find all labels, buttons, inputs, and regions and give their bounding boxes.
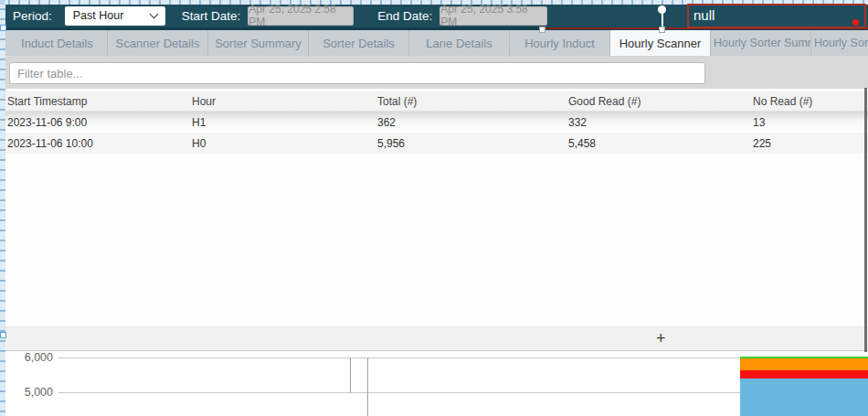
anchor-circle-handle[interactable] xyxy=(658,5,666,14)
tab-hourly-scanner[interactable]: Hourly Scanner xyxy=(610,30,711,56)
selection-handle[interactable] xyxy=(0,332,6,338)
end-date-label: End Date: xyxy=(377,9,432,23)
tab-scanner-details[interactable]: Scanner Details xyxy=(108,30,208,56)
category-gridline-b xyxy=(367,357,368,416)
table-cell: 2023-11-06 10:00 xyxy=(7,137,192,150)
ruler-corner xyxy=(0,0,5,5)
table-cell: 13 xyxy=(753,116,868,129)
filter-input[interactable] xyxy=(9,62,705,84)
table-panel: Start Timestamp Hour Total (#) Good Read… xyxy=(5,89,868,326)
end-date-value: Apr 25, 2025 3:58 PM xyxy=(440,3,546,28)
chart-y-tick-6000: 6,000 xyxy=(7,351,53,364)
record-dot-icon xyxy=(852,19,859,26)
chart-y-tick-5000: 5,000 xyxy=(7,386,53,399)
column-header-total[interactable]: Total (#) xyxy=(377,95,568,108)
bar-segment-blue xyxy=(740,379,868,416)
anchor-square-handle[interactable] xyxy=(659,27,665,33)
table-cell: 2023-11-06 9:00 xyxy=(7,116,192,129)
filter-bar xyxy=(5,56,868,89)
anchor-stem xyxy=(662,12,663,27)
ruler-left xyxy=(0,0,5,416)
stacked-bar-h0[interactable] xyxy=(740,357,868,416)
period-select[interactable]: Past Hour xyxy=(65,6,165,26)
tab-induct-details[interactable]: Induct Details xyxy=(7,30,108,56)
tab-bar: Induct Details Scanner Details Sorter Su… xyxy=(5,30,868,56)
end-date-input[interactable]: Apr 25, 2025 3:58 PM xyxy=(439,6,547,26)
tab-sorter-summary[interactable]: Sorter Summary xyxy=(208,30,309,56)
app-canvas: Period: Past Hour Start Date: Apr 25, 20… xyxy=(0,0,868,416)
table-cell: H1 xyxy=(192,116,377,129)
tab-hourly-sorter-summary[interactable]: Hourly Sorter Summar xyxy=(711,30,811,56)
hourly-scanner-chart: 6,000 5,000 xyxy=(5,351,868,416)
column-header-no-read[interactable]: No Read (#) xyxy=(753,95,868,108)
column-header-good-read[interactable]: Good Read (#) xyxy=(568,95,753,108)
tab-lane-details[interactable]: Lane Details xyxy=(409,30,510,56)
tab-sorter-details[interactable]: Sorter Details xyxy=(309,30,409,56)
table-row[interactable]: 2023-11-06 10:00 H0 5,956 5,458 225 xyxy=(5,133,868,154)
start-date-value: Apr 25, 2025 2:58 PM xyxy=(249,3,353,28)
column-header-hour[interactable]: Hour xyxy=(192,95,377,108)
period-select-value: Past Hour xyxy=(73,9,124,22)
bar-segment-red xyxy=(740,370,868,379)
table-header-row: Start Timestamp Hour Total (#) Good Read… xyxy=(5,91,868,112)
category-gridline-a xyxy=(350,357,351,393)
edge-midpoint-handle[interactable] xyxy=(539,27,545,33)
inspect-null-text: null xyxy=(689,5,864,26)
start-date-label: Start Date: xyxy=(182,9,241,23)
start-date-input[interactable]: Apr 25, 2025 2:58 PM xyxy=(248,6,354,26)
table-cell: 5,956 xyxy=(377,137,568,150)
inspect-highlight-rect: null xyxy=(687,4,866,28)
period-label: Period: xyxy=(13,9,52,23)
bar-segment-orange xyxy=(740,358,868,370)
table-cell: 5,458 xyxy=(568,137,753,150)
table-cell: 225 xyxy=(753,137,868,150)
chevron-down-icon xyxy=(149,9,158,18)
table-scrollbar[interactable] xyxy=(864,88,867,352)
add-button[interactable]: + xyxy=(656,329,666,347)
table-cell: H0 xyxy=(192,137,377,150)
panel-divider-strip: + xyxy=(5,326,868,351)
table-cell: 362 xyxy=(377,116,568,129)
column-header-start-timestamp[interactable]: Start Timestamp xyxy=(7,95,192,108)
table-row[interactable]: 2023-11-06 9:00 H1 362 332 13 xyxy=(5,112,868,133)
tab-hourly-induct[interactable]: Hourly Induct xyxy=(510,30,610,56)
tab-hourly-sorter-details[interactable]: Hourly Sort xyxy=(811,30,868,56)
selection-handle[interactable] xyxy=(0,25,6,31)
table-cell: 332 xyxy=(568,116,753,129)
